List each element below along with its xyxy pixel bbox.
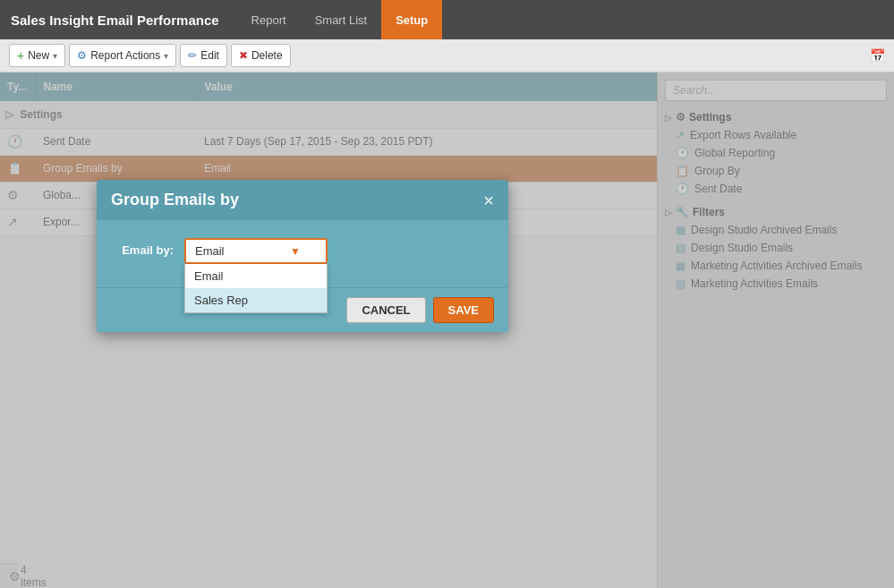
delete-icon: ✖ (239, 49, 248, 62)
tab-report[interactable]: Report (237, 0, 301, 39)
cancel-button[interactable]: CANCEL (346, 297, 425, 323)
email-by-label: Email by: (111, 238, 174, 257)
toolbar: + New ▾ ⚙ Report Actions ▾ ✏ Edit ✖ Dele… (0, 39, 894, 72)
calendar-icon[interactable]: 📅 (870, 48, 885, 63)
modal-title: Group Emails by (111, 191, 239, 209)
toolbar-calendar: 📅 (870, 48, 885, 63)
modal-close-button[interactable]: × (483, 192, 494, 209)
edit-button[interactable]: ✏ Edit (180, 44, 227, 67)
app-title: Sales Insight Email Performance (11, 13, 219, 28)
main-area: Ty... Name Value ▷ Settings 🕐 Sent Date … (0, 72, 894, 588)
save-button[interactable]: SAVE (433, 297, 494, 323)
dropdown-arrow-icon: ▼ (290, 245, 301, 258)
modal-body: Email by: Email ▼ Email Sales Rep CANCEL… (97, 220, 508, 332)
delete-button[interactable]: ✖ Delete (231, 44, 291, 67)
report-actions-icon: ⚙ (77, 49, 87, 62)
form-row: Email by: Email ▼ Email Sales Rep (111, 238, 494, 264)
tab-setup[interactable]: Setup (381, 0, 442, 39)
modal-group-emails: Group Emails by × Email by: Email ▼ Emai… (97, 180, 508, 332)
dropdown-container: Email ▼ Email Sales Rep (184, 238, 494, 264)
edit-icon: ✏ (188, 49, 197, 62)
top-nav: Sales Insight Email Performance Report S… (0, 0, 894, 39)
new-icon: + (17, 48, 24, 63)
dropdown-menu: Email Sales Rep (184, 264, 328, 313)
dropdown-option-email[interactable]: Email (185, 264, 327, 288)
tab-smartlist[interactable]: Smart List (301, 0, 382, 39)
dropdown-selected[interactable]: Email ▼ (184, 238, 328, 264)
dropdown-option-salesrep[interactable]: Sales Rep (185, 288, 327, 312)
report-actions-button[interactable]: ⚙ Report Actions ▾ (69, 44, 176, 67)
modal-header: Group Emails by × (97, 180, 508, 220)
dropdown-value: Email (195, 244, 225, 258)
new-button[interactable]: + New ▾ (9, 44, 65, 67)
